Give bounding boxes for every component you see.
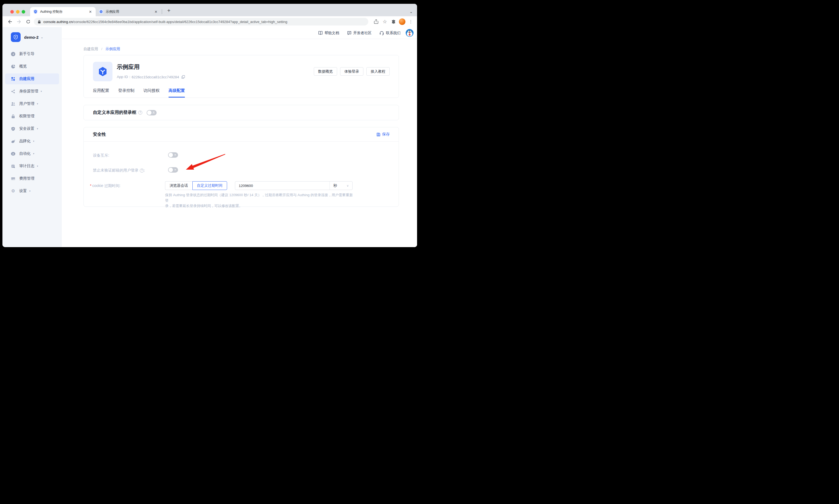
shield-check-icon bbox=[11, 127, 15, 131]
help-icon[interactable]: ? bbox=[140, 168, 144, 173]
bookmark-star-icon[interactable]: ☆ bbox=[381, 18, 388, 25]
cookie-expiry-mode-group: 浏览器会话 自定义过期时间 bbox=[165, 181, 227, 190]
workspace-name: demo-2 bbox=[24, 35, 38, 39]
tab-login-control[interactable]: 登录控制 bbox=[118, 88, 135, 97]
authing-shield-favicon bbox=[33, 10, 38, 14]
sidebar-item-branding[interactable]: 品牌化 ▾ bbox=[5, 136, 59, 147]
sidebar-item-guide[interactable]: 新手引导 bbox=[5, 49, 59, 59]
back-button[interactable] bbox=[6, 18, 13, 25]
url-text: console.authing.cn/console/6226cc1564c9e… bbox=[43, 20, 287, 24]
breadcrumb-parent[interactable]: 自建应用 bbox=[84, 47, 98, 51]
sidebar-item-security-settings[interactable]: 安全设置 ▾ bbox=[5, 123, 59, 134]
sidebar-item-audit-logs[interactable]: 审计日志 ▾ bbox=[5, 161, 59, 172]
caret-down-icon: ▾ bbox=[33, 140, 34, 143]
developer-community-link[interactable]: 开发者社区 bbox=[347, 31, 372, 36]
close-tab-icon[interactable]: ✕ bbox=[154, 10, 159, 14]
forward-button[interactable] bbox=[15, 18, 22, 25]
breadcrumb-current: 示例应用 bbox=[105, 47, 120, 51]
browser-profile-avatar[interactable] bbox=[399, 18, 406, 25]
share-icon[interactable] bbox=[373, 18, 380, 25]
workspace-switcher[interactable]: demo-2 ⌄ bbox=[2, 32, 62, 42]
block-unverified-email-toggle[interactable]: ✕ bbox=[168, 167, 178, 173]
workspace-logo bbox=[11, 32, 21, 42]
sidebar-item-settings[interactable]: ⚙ 设置 ▾ bbox=[5, 186, 59, 196]
required-asterisk: * bbox=[90, 183, 91, 188]
cookie-expiry-input-group: 1209600 秒 ∨ bbox=[235, 181, 353, 190]
block-unverified-email-label: 禁止未验证邮箱的用户登录 ? : bbox=[93, 168, 145, 173]
share-nodes-icon bbox=[11, 89, 15, 94]
app-id-label: App ID： bbox=[117, 74, 132, 79]
copy-icon[interactable] bbox=[181, 75, 185, 79]
browser-menu-icon[interactable]: ⋮ bbox=[407, 18, 414, 25]
caret-down-icon: ▾ bbox=[29, 190, 31, 192]
lock-icon bbox=[11, 114, 15, 119]
sidebar: demo-2 ⌄ 新手引导 概览 自建应用 身份源管理 bbox=[2, 27, 62, 247]
caret-down-icon: ▾ bbox=[37, 165, 38, 167]
device-mutex-toggle[interactable]: ✕ bbox=[168, 152, 178, 158]
save-button[interactable]: 保存 bbox=[376, 132, 390, 137]
cookie-expiry-label: *cookie 过期时间: bbox=[90, 183, 121, 188]
try-login-button[interactable]: 体验登录 bbox=[340, 67, 363, 76]
browser-window: Authing 控制台 ✕ 示例应用 ✕ + ⌄ console.aut bbox=[2, 4, 417, 247]
url-bar[interactable]: console.authing.cn/console/6226cc1564c9e… bbox=[34, 18, 368, 25]
brush-icon bbox=[11, 139, 15, 144]
data-overview-button[interactable]: 数据概览 bbox=[314, 67, 337, 76]
browser-tab-authing-console[interactable]: Authing 控制台 ✕ bbox=[30, 7, 96, 16]
app-header-card: 示例应用 App ID：6226cc15dcca81c3cc749284 数据概… bbox=[84, 55, 399, 98]
help-icon[interactable]: ? bbox=[138, 111, 142, 114]
caret-down-icon: ▾ bbox=[37, 127, 38, 130]
sidebar-item-overview[interactable]: 概览 bbox=[5, 61, 59, 72]
refresh-button[interactable] bbox=[25, 18, 32, 25]
new-tab-button[interactable]: + bbox=[165, 7, 172, 14]
cookie-expiry-input[interactable]: 1209600 bbox=[235, 182, 329, 190]
window-controls bbox=[10, 10, 25, 14]
chevron-down-icon: ∨ bbox=[346, 184, 349, 187]
sidebar-item-permissions[interactable]: 权限管理 bbox=[5, 111, 59, 122]
sidebar-item-identity-sources[interactable]: 身份源管理 ▾ bbox=[5, 86, 59, 97]
browser-tab-sample-app[interactable]: 示例应用 ✕ bbox=[96, 7, 161, 16]
help-docs-link[interactable]: 帮助文档 bbox=[318, 31, 339, 36]
console-top-bar: 帮助文档 开发者社区 联系我们 bbox=[62, 27, 417, 39]
app-detail-tabs: 应用配置 登录控制 访问授权 高级配置 bbox=[93, 88, 185, 97]
users-icon bbox=[11, 102, 15, 106]
security-card: 安全性 保存 设备互斥: ✕ 禁止未验证邮箱的用户登录 ? : bbox=[84, 127, 399, 207]
sidebar-item-automation[interactable]: A 自动化 ▾ bbox=[5, 148, 59, 159]
app-title: 示例应用 bbox=[117, 63, 185, 71]
user-avatar[interactable] bbox=[406, 29, 413, 37]
app-logo bbox=[93, 62, 112, 81]
custom-login-label: 自定义本应用的登录框 bbox=[93, 110, 136, 115]
fullscreen-window-button[interactable] bbox=[22, 10, 25, 14]
integration-tutorial-button[interactable]: 接入教程 bbox=[367, 67, 390, 76]
tab-title: Authing 控制台 bbox=[40, 10, 88, 14]
custom-expiry-option[interactable]: 自定义过期时间 bbox=[192, 181, 227, 190]
chat-bubble-icon bbox=[347, 31, 352, 35]
app-id-row: App ID：6226cc15dcca81c3cc749284 bbox=[117, 74, 185, 79]
tab-advanced-settings[interactable]: 高级配置 bbox=[168, 88, 185, 97]
tab-search-chevron-icon[interactable]: ⌄ bbox=[409, 10, 413, 14]
contact-us-link[interactable]: 联系我们 bbox=[379, 31, 400, 36]
close-tab-icon[interactable]: ✕ bbox=[88, 10, 93, 14]
app-hexagon-favicon bbox=[99, 10, 103, 14]
tab-app-config[interactable]: 应用配置 bbox=[93, 88, 109, 97]
device-mutex-label: 设备互斥: bbox=[93, 153, 109, 158]
red-annotation-arrow bbox=[182, 148, 231, 175]
svg-text:A: A bbox=[12, 152, 14, 155]
close-window-button[interactable] bbox=[10, 10, 14, 14]
tab-divider bbox=[162, 9, 162, 14]
extensions-puzzle-icon[interactable] bbox=[390, 18, 397, 25]
page-content: 自建应用 / 示例应用 示例应用 App ID：6226cc15dcca81c3… bbox=[62, 39, 417, 247]
credit-card-icon bbox=[11, 176, 15, 181]
custom-login-toggle[interactable]: 关 bbox=[147, 110, 157, 115]
cookie-unit-select[interactable]: 秒 ∨ bbox=[329, 182, 352, 190]
caret-down-icon: ▾ bbox=[37, 103, 38, 105]
breadcrumb-separator: / bbox=[101, 47, 103, 51]
lock-icon bbox=[38, 20, 41, 23]
sidebar-item-user-management[interactable]: 用户管理 ▾ bbox=[5, 98, 59, 109]
sidebar-item-billing[interactable]: 费用管理 bbox=[5, 173, 59, 184]
minimize-window-button[interactable] bbox=[16, 10, 19, 14]
browser-session-option[interactable]: 浏览器会话 bbox=[165, 181, 192, 190]
sidebar-item-self-built-apps[interactable]: 自建应用 bbox=[5, 73, 59, 84]
chevron-down-icon: ⌄ bbox=[41, 36, 43, 39]
tab-access-auth[interactable]: 访问授权 bbox=[143, 88, 160, 97]
browser-tab-strip: Authing 控制台 ✕ 示例应用 ✕ + ⌄ bbox=[2, 4, 417, 16]
